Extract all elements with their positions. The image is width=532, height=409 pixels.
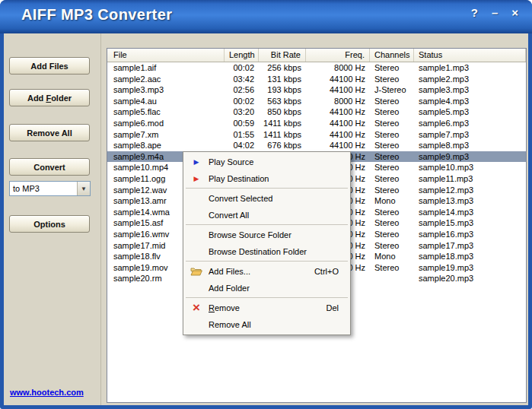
channels-cell: Stereo xyxy=(370,140,414,151)
sidebar-button-label: Add Files xyxy=(30,62,68,71)
website-link[interactable]: www.hootech.com xyxy=(10,388,84,397)
table-row[interactable]: sample3.mp3 02:56 193 kbps 44100 Hz J-St… xyxy=(107,84,526,96)
play-source-icon xyxy=(189,154,204,170)
channels-cell: Mono xyxy=(370,195,414,207)
table-row[interactable]: sample2.aac 03:42 131 kbps 44100 Hz Ster… xyxy=(107,74,526,85)
play-destination-icon xyxy=(189,170,204,187)
channels-cell: Stereo xyxy=(370,240,414,252)
channels-cell: Stereo xyxy=(370,106,414,118)
status-cell: sample17.mp3 xyxy=(414,240,526,252)
sidebar-button-label: Add Folder xyxy=(27,94,72,103)
status-cell: sample19.mp3 xyxy=(414,262,526,274)
column-header-status[interactable]: Status xyxy=(414,49,526,62)
menu-item-convert-selected[interactable]: Convert Selected xyxy=(183,190,350,207)
channels-cell: Stereo xyxy=(370,262,414,274)
table-row[interactable]: sample5.flac 03:20 850 kbps 44100 Hz Ste… xyxy=(107,106,526,118)
status-cell: sample16.mp3 xyxy=(414,229,526,240)
table-row[interactable]: sample8.ape 04:02 676 kbps 44100 Hz Ster… xyxy=(107,140,526,151)
channels-cell: Stereo xyxy=(370,118,414,129)
menu-item-label: Browse Source Folder xyxy=(209,230,291,239)
menu-item-add-files[interactable]: Add Files... Ctrl+O xyxy=(183,263,350,280)
status-cell: sample7.mp3 xyxy=(414,129,526,141)
menu-item-label: Convert All xyxy=(209,211,249,220)
status-cell: sample9.mp3 xyxy=(414,151,526,163)
channels-cell xyxy=(370,273,414,284)
file-cell: sample1.aif xyxy=(107,62,225,74)
sidebar: to MP3 www.hootech.com Add Files Add Fol… xyxy=(4,33,101,405)
window-controls: ? – × xyxy=(471,6,518,19)
status-cell: sample1.mp3 xyxy=(414,62,526,74)
table-row[interactable]: sample1.aif 00:02 256 kbps 8000 Hz Stere… xyxy=(107,62,526,74)
channels-cell: Stereo xyxy=(370,217,414,229)
menu-item-browse-source-folder[interactable]: Browse Source Folder xyxy=(183,227,350,243)
sidebar-button-add-files[interactable]: Add Files xyxy=(9,57,90,75)
app-window: AIFF MP3 Converter ? – × to MP3 www.hoot… xyxy=(0,0,532,409)
menu-item-label: Browse Destination Folder xyxy=(209,247,307,256)
channels-cell: Stereo xyxy=(370,74,414,85)
file-cell: sample2.aac xyxy=(107,74,225,85)
minimize-button[interactable]: – xyxy=(492,6,498,19)
menu-item-browse-destination-folder[interactable]: Browse Destination Folder xyxy=(183,243,350,260)
format-select[interactable]: to MP3 xyxy=(9,181,91,196)
length-cell: 04:02 xyxy=(225,140,259,151)
title-bar: AIFF MP3 Converter ? – × xyxy=(0,0,532,33)
column-header-file[interactable]: File xyxy=(107,49,225,62)
file-cell: sample8.ape xyxy=(107,140,225,151)
freq-cell: 44100 Hz xyxy=(306,106,370,118)
status-cell: sample20.mp3 xyxy=(414,273,526,284)
menu-item-play-destination[interactable]: Play Destination xyxy=(183,170,350,187)
status-cell: sample11.mp3 xyxy=(414,173,526,185)
table-header: File Length Bit Rate Freq. Channels Stat… xyxy=(107,49,526,62)
freq-cell: 44100 Hz xyxy=(306,74,370,85)
sidebar-button-options[interactable]: Options xyxy=(9,215,90,233)
status-cell: sample8.mp3 xyxy=(414,140,526,151)
menu-item-convert-all[interactable]: Convert All xyxy=(183,207,350,224)
channels-cell: Stereo xyxy=(370,173,414,185)
channels-cell: Stereo xyxy=(370,207,414,218)
status-cell: sample6.mp3 xyxy=(414,118,526,129)
status-cell: sample3.mp3 xyxy=(414,84,526,96)
freq-cell: 44100 Hz xyxy=(306,140,370,151)
column-header-freq[interactable]: Freq. xyxy=(306,49,370,62)
column-header-bitrate[interactable]: Bit Rate xyxy=(259,49,306,62)
menu-item-remove[interactable]: Remove Del xyxy=(183,300,350,316)
file-cell: sample4.au xyxy=(107,96,225,107)
menu-item-remove-all[interactable]: Remove All xyxy=(183,316,350,333)
channels-cell: Stereo xyxy=(370,96,414,107)
menu-item-play-source[interactable]: Play Source xyxy=(183,154,350,170)
length-cell: 01:55 xyxy=(225,129,259,141)
column-header-length[interactable]: Length xyxy=(225,49,259,62)
status-cell: sample14.mp3 xyxy=(414,207,526,218)
table-row[interactable]: sample6.mod 00:59 1411 kbps 44100 Hz Ste… xyxy=(107,118,526,129)
bitrate-cell: 563 kbps xyxy=(259,96,306,107)
channels-cell: Stereo xyxy=(370,185,414,196)
sidebar-button-label: Options xyxy=(33,220,65,229)
freq-cell: 8000 Hz xyxy=(306,96,370,107)
freq-cell: 44100 Hz xyxy=(306,84,370,96)
remove-icon xyxy=(189,300,204,316)
menu-item-label: Remove xyxy=(209,303,240,312)
channels-cell: Stereo xyxy=(370,151,414,163)
bitrate-cell: 256 kbps xyxy=(259,62,306,74)
menu-item-label: Play Source xyxy=(209,157,253,166)
sidebar-button-add-folder[interactable]: Add Folder xyxy=(9,89,90,106)
sidebar-button-convert[interactable]: Convert xyxy=(9,158,90,176)
menu-item-label: Convert Selected xyxy=(209,194,272,203)
status-cell: sample12.mp3 xyxy=(414,185,526,196)
table-row[interactable]: sample4.au 00:02 563 kbps 8000 Hz Stereo… xyxy=(107,96,526,107)
status-cell: sample2.mp3 xyxy=(414,74,526,85)
length-cell: 00:02 xyxy=(225,96,259,107)
sidebar-button-remove-all[interactable]: Remove All xyxy=(9,124,90,141)
channels-cell: Stereo xyxy=(370,229,414,240)
close-button[interactable]: × xyxy=(511,6,518,19)
table-row[interactable]: sample7.xm 01:55 1411 kbps 44100 Hz Ster… xyxy=(107,129,526,141)
column-header-channels[interactable]: Channels xyxy=(370,49,414,62)
format-select-value: to MP3 xyxy=(10,182,77,195)
bitrate-cell: 1411 kbps xyxy=(259,118,306,129)
app-title: AIFF MP3 Converter xyxy=(21,6,172,24)
help-button[interactable]: ? xyxy=(471,6,478,19)
dropdown-arrow-icon[interactable] xyxy=(77,182,90,195)
menu-item-add-folder[interactable]: Add Folder xyxy=(183,280,350,296)
file-cell: sample3.mp3 xyxy=(107,84,225,96)
channels-cell: Mono xyxy=(370,251,414,262)
